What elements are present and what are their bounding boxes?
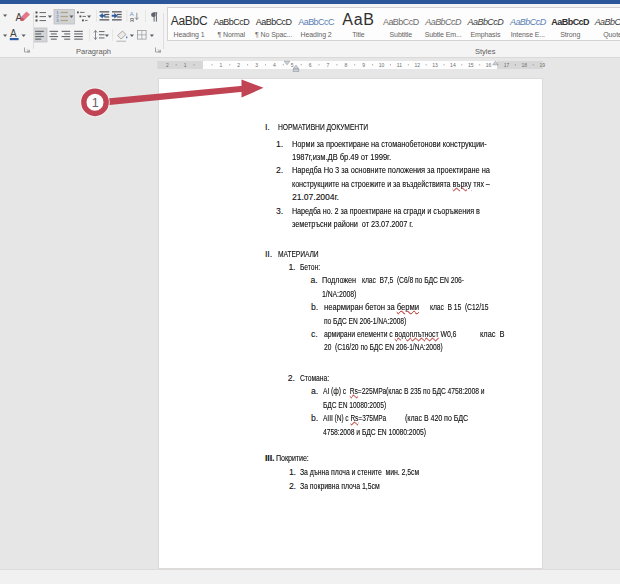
svg-text:1: 1 xyxy=(92,96,99,110)
